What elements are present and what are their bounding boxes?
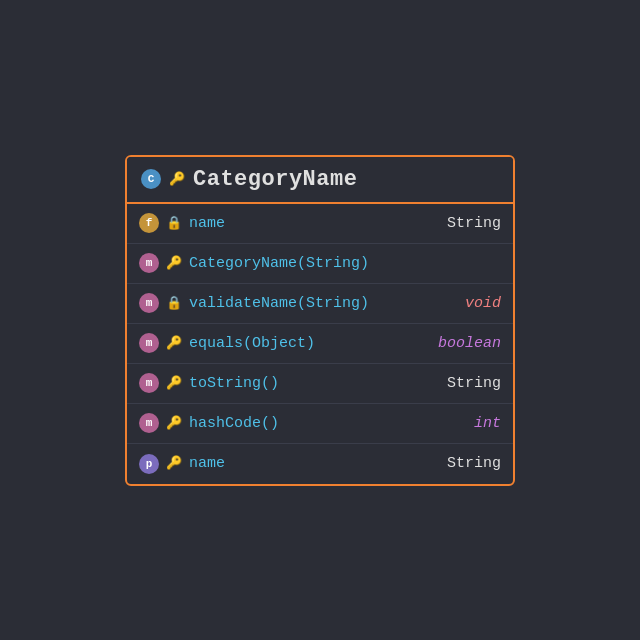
member-name: validateName(String)	[189, 295, 424, 312]
member-badge: m	[139, 293, 159, 313]
return-type: String	[431, 215, 501, 232]
member-name: name	[189, 215, 424, 232]
class-badge: C	[141, 169, 161, 189]
table-row: f🔒nameString	[127, 204, 513, 244]
key-icon: 🔑	[166, 257, 182, 270]
member-badge: m	[139, 413, 159, 433]
class-title: CategoryName	[193, 167, 357, 192]
key-icon: 🔑	[166, 417, 182, 430]
table-row: p🔑nameString	[127, 444, 513, 484]
member-name: equals(Object)	[189, 335, 424, 352]
lock-icon: 🔒	[166, 217, 182, 230]
member-badge: p	[139, 454, 159, 474]
member-badge: f	[139, 213, 159, 233]
table-row: m🔒validateName(String)void	[127, 284, 513, 324]
member-badge: m	[139, 373, 159, 393]
return-type: boolean	[431, 335, 501, 352]
member-name: hashCode()	[189, 415, 424, 432]
members-list: f🔒nameStringm🔑CategoryName(String)m🔒vali…	[127, 204, 513, 484]
key-icon: 🔑	[166, 377, 182, 390]
lock-icon: 🔒	[166, 297, 182, 310]
header-access-icon: 🔑	[169, 173, 185, 186]
key-icon: 🔑	[166, 457, 182, 470]
key-icon: 🔑	[166, 337, 182, 350]
member-name: toString()	[189, 375, 424, 392]
return-type: void	[431, 295, 501, 312]
return-type: int	[431, 415, 501, 432]
table-row: m🔑hashCode()int	[127, 404, 513, 444]
member-badge: m	[139, 333, 159, 353]
member-name: name	[189, 455, 424, 472]
table-row: m🔑toString()String	[127, 364, 513, 404]
table-row: m🔑CategoryName(String)	[127, 244, 513, 284]
table-row: m🔑equals(Object)boolean	[127, 324, 513, 364]
return-type: String	[431, 375, 501, 392]
class-header: C 🔑 CategoryName	[127, 157, 513, 204]
uml-class-card: C 🔑 CategoryName f🔒nameStringm🔑CategoryN…	[125, 155, 515, 486]
member-badge: m	[139, 253, 159, 273]
member-name: CategoryName(String)	[189, 255, 501, 272]
return-type: String	[431, 455, 501, 472]
